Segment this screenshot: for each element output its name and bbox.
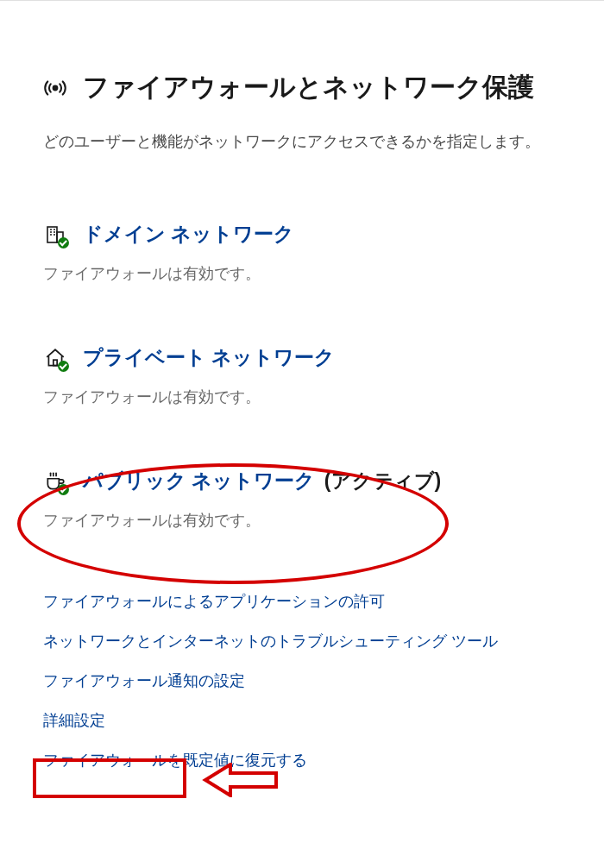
network-public-label: パブリック ネットワーク (83, 469, 315, 492)
network-domain-label: ドメイン ネットワーク (83, 221, 294, 248)
building-icon (43, 223, 67, 247)
network-private-label: プライベート ネットワーク (83, 344, 335, 371)
network-domain-status: ファイアウォールは有効です。 (43, 263, 561, 284)
svg-point-0 (53, 85, 58, 90)
svg-rect-9 (53, 360, 57, 366)
link-advanced-settings[interactable]: 詳細設定 (43, 710, 561, 731)
link-allow-app[interactable]: ファイアウォールによるアプリケーションの許可 (43, 591, 561, 612)
page-subtitle: どのユーザーと機能がネットワークにアクセスできるかを指定します。 (43, 131, 561, 152)
svg-rect-1 (47, 227, 57, 242)
page-title: ファイアウォールとネットワーク保護 (83, 70, 534, 105)
network-public-active: (アクティブ) (324, 469, 441, 492)
coffee-icon (43, 469, 67, 494)
network-private[interactable]: プライベート ネットワーク ファイアウォールは有効です。 (43, 344, 561, 407)
link-restore-defaults[interactable]: ファイアウォールを既定値に復元する (43, 750, 561, 771)
home-icon (43, 346, 67, 370)
link-notification-settings[interactable]: ファイアウォール通知の設定 (43, 670, 561, 691)
network-domain[interactable]: ドメイン ネットワーク ファイアウォールは有効です。 (43, 221, 561, 284)
link-troubleshoot[interactable]: ネットワークとインターネットのトラブルシューティング ツール (43, 631, 561, 651)
antenna-icon (43, 76, 67, 100)
network-private-status: ファイアウォールは有効です。 (43, 387, 561, 407)
network-public-status: ファイアウォールは有効です。 (43, 510, 561, 531)
network-public[interactable]: パブリック ネットワーク (アクティブ) ファイアウォールは有効です。 (43, 468, 561, 531)
